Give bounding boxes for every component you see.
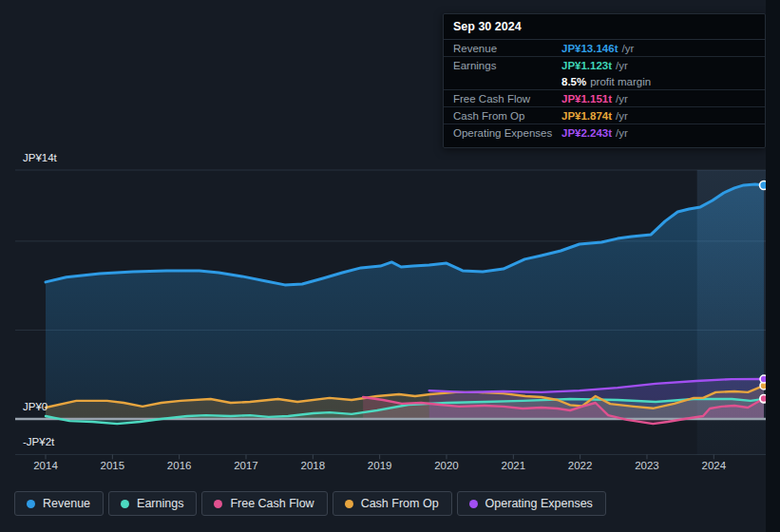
x-axis-label: 2019 (357, 460, 403, 471)
legend-item-free-cash-flow[interactable]: Free Cash Flow (201, 491, 327, 516)
tooltip-date: Sep 30 2024 (444, 14, 765, 40)
chart-legend: RevenueEarningsFree Cash FlowCash From O… (14, 491, 606, 516)
tooltip-row-operating-expenses: Operating ExpensesJP¥2.243t/yr (444, 124, 765, 141)
legend-item-revenue[interactable]: Revenue (14, 491, 104, 516)
legend-dot-icon (27, 500, 35, 508)
x-axis-ticks (46, 454, 713, 459)
legend-item-label: Free Cash Flow (230, 497, 314, 510)
tooltip-row-value: JP¥1.123t (561, 60, 612, 71)
profit-margin-value: 8.5% (561, 76, 586, 87)
series-areas (46, 184, 764, 424)
tooltip-row-label: Operating Expenses (453, 127, 561, 139)
x-axis-label: 2023 (624, 460, 670, 471)
x-axis-label: 2016 (157, 460, 202, 471)
legend-dot-icon (121, 500, 129, 508)
legend-item-label: Revenue (43, 497, 90, 510)
tooltip-row-value: JP¥2.243t (561, 127, 612, 139)
x-axis-label: 2014 (23, 460, 68, 471)
tooltip-row-value: JP¥1.874t (561, 110, 612, 122)
legend-item-earnings[interactable]: Earnings (108, 491, 197, 516)
legend-dot-icon (469, 500, 478, 508)
tooltip-row-unit: /yr (616, 127, 628, 139)
tooltip-row-unit: /yr (616, 93, 628, 104)
x-axis-label: 2024 (691, 460, 736, 471)
chart-tooltip: Sep 30 2024 RevenueJP¥13.146t/yrEarnings… (443, 13, 766, 148)
tooltip-row-revenue: RevenueJP¥13.146t/yr (444, 40, 765, 56)
tooltip-row-label: Cash From Op (453, 110, 561, 122)
tooltip-profit-margin-row: 8.5%profit margin (444, 73, 765, 89)
tooltip-row-label: Revenue (453, 43, 561, 54)
x-axis-label: 2021 (490, 460, 536, 471)
earnings-revenue-history-chart: JP¥14tJP¥0-JP¥2t 20142015201620172018201… (0, 0, 780, 532)
legend-item-cash-from-op[interactable]: Cash From Op (333, 491, 452, 516)
tooltip-rows: RevenueJP¥13.146t/yrEarningsJP¥1.123t/yr… (444, 40, 765, 141)
y-axis-label: -JP¥2t (23, 435, 54, 448)
tooltip-row-unit: /yr (616, 110, 628, 122)
tooltip-row-unit: /yr (621, 43, 634, 54)
right-gutter (766, 0, 780, 532)
legend-item-label: Earnings (137, 497, 183, 510)
tooltip-row-cash-from-op: Cash From OpJP¥1.874t/yr (444, 106, 765, 124)
tooltip-row-earnings: EarningsJP¥1.123t/yr (444, 56, 765, 73)
tooltip-row-value: JP¥13.146t (561, 43, 618, 54)
tooltip-row-value: JP¥1.151t (561, 93, 612, 104)
y-axis-label: JP¥14t (23, 151, 57, 164)
legend-item-operating-expenses[interactable]: Operating Expenses (457, 491, 606, 516)
tooltip-row-label: Earnings (453, 60, 561, 71)
legend-item-label: Cash From Op (361, 497, 439, 510)
profit-margin-label: profit margin (590, 76, 651, 87)
legend-dot-icon (345, 500, 353, 508)
x-axis-label: 2015 (89, 460, 135, 471)
x-axis-label: 2017 (223, 460, 269, 471)
x-axis-label: 2018 (290, 460, 335, 471)
x-axis-label: 2020 (424, 460, 469, 471)
tooltip-row-label: Free Cash Flow (453, 93, 561, 104)
x-axis-label: 2022 (558, 460, 603, 471)
y-axis-label: JP¥0 (23, 400, 48, 413)
tooltip-row-unit: /yr (616, 60, 628, 71)
legend-dot-icon (214, 500, 222, 508)
legend-item-label: Operating Expenses (485, 497, 593, 510)
tooltip-row-free-cash-flow: Free Cash FlowJP¥1.151t/yr (444, 89, 765, 106)
